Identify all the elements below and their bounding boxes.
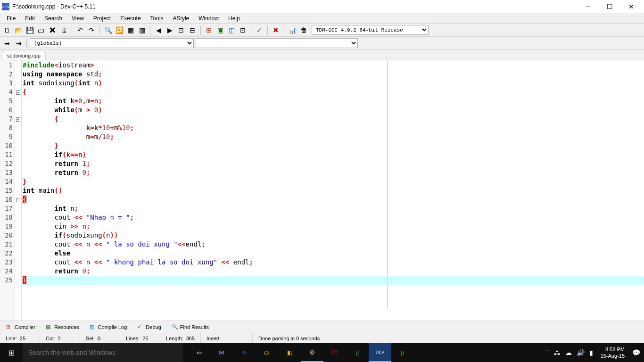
- undo-icon[interactable]: ↶: [75, 25, 85, 35]
- btab-resources[interactable]: ▦Resources: [41, 322, 83, 332]
- pes-icon[interactable]: ◧: [278, 343, 301, 362]
- save-all-icon[interactable]: 🗃: [36, 25, 46, 35]
- code-area[interactable]: #include<iostream> using namespace std; …: [22, 60, 644, 321]
- close-button[interactable]: ✕: [620, 0, 642, 13]
- menubar: File Edit Search View Project Execute To…: [0, 13, 644, 24]
- maximize-button[interactable]: ☐: [599, 0, 620, 13]
- start-button[interactable]: ⊞: [0, 343, 23, 362]
- app-icon: DEV: [2, 3, 9, 10]
- fold-toggle-icon[interactable]: −: [16, 117, 20, 122]
- toolbar-separator: [200, 25, 201, 35]
- tray-chevron-up-icon[interactable]: ˄: [546, 349, 549, 356]
- replace-icon[interactable]: 🔁: [114, 25, 124, 35]
- tray-onedrive-icon[interactable]: ☁: [565, 349, 572, 356]
- fold-gutter: −−−: [15, 60, 22, 321]
- fold-toggle-icon[interactable]: −: [16, 90, 20, 95]
- btab-find-results[interactable]: 🔍Find Results: [167, 322, 213, 332]
- statusbar: Line:25 Col:2 Sel:0 Lines:25 Length:365 …: [0, 333, 644, 343]
- utorrent-icon[interactable]: µ: [346, 343, 369, 362]
- tray-clock[interactable]: 8:58 PM 15-Aug-15: [598, 346, 627, 359]
- delete-profile-icon[interactable]: 🗑: [298, 25, 309, 35]
- toggle-breakpoint-icon[interactable]: ⊟: [187, 25, 198, 35]
- margin-line: [387, 60, 388, 310]
- chrome-icon[interactable]: ◎: [301, 343, 323, 362]
- compiler-select[interactable]: TDM-GCC 4.9.2 64-bit Release: [312, 25, 429, 35]
- toolbar-separator: [267, 25, 268, 35]
- profile-icon[interactable]: 📊: [287, 25, 297, 35]
- goto-line-icon[interactable]: ▦: [125, 25, 136, 35]
- code-editor[interactable]: 1234567891011121314151617181920212223242…: [0, 60, 644, 321]
- compile-icon[interactable]: ⊞: [204, 25, 214, 35]
- search-input[interactable]: [23, 343, 183, 362]
- devcpp-icon[interactable]: DEV: [369, 343, 391, 362]
- minimize-button[interactable]: ─: [577, 0, 599, 13]
- stop-icon[interactable]: ✖: [271, 25, 281, 35]
- tray-language-icon[interactable]: ▮: [589, 349, 593, 356]
- btab-compiler[interactable]: ⊞Compiler: [2, 322, 40, 332]
- file-tabs: sodoixung.cpp: [0, 50, 644, 60]
- menu-execute[interactable]: Execute: [116, 14, 145, 23]
- scope-select[interactable]: (globals): [30, 38, 194, 48]
- btab-compile-log[interactable]: ▥Compile Log: [85, 322, 132, 332]
- system-tray: ˄ 🖧 ☁ 🔊 ▮ 8:58 PM 15-Aug-15 💬: [542, 346, 644, 359]
- forward-icon[interactable]: ▶: [165, 25, 175, 35]
- visual-studio-icon[interactable]: ⋈: [210, 343, 233, 362]
- insert-mode: Insert: [201, 333, 253, 343]
- line-number-gutter: 1234567891011121314151617181920212223242…: [0, 60, 15, 321]
- toolbar-separator: [284, 25, 284, 35]
- main-toolbar: 🗋 📂 💾 🗃 🗙 🖨 ↶ ↷ 🔍 🔁 ▦ ▥ ◀ ▶ ⊡ ⊟ ⊞ ▣ ◫ ⊡ …: [0, 24, 644, 37]
- member-select[interactable]: [196, 38, 358, 48]
- tray-volume-icon[interactable]: 🔊: [577, 349, 585, 356]
- menu-tools[interactable]: Tools: [146, 14, 168, 23]
- print-icon[interactable]: 🖨: [58, 25, 69, 35]
- back-icon[interactable]: ◀: [153, 25, 164, 35]
- menu-astyle[interactable]: AStyle: [168, 14, 194, 23]
- close-file-icon[interactable]: 🗙: [47, 25, 58, 35]
- fold-toggle-icon[interactable]: −: [16, 198, 20, 202]
- open-file-icon[interactable]: 📂: [13, 25, 24, 35]
- menu-help[interactable]: Help: [223, 14, 245, 23]
- task-view-icon[interactable]: ▭: [188, 343, 210, 362]
- menu-window[interactable]: Window: [194, 14, 223, 23]
- toolbar-separator: [72, 25, 72, 35]
- menu-edit[interactable]: Edit: [20, 14, 40, 23]
- titlebar: DEV F:\sodoixung.cpp - Dev-C++ 5.11 ─ ☐ …: [0, 0, 644, 13]
- toolbar-separator: [150, 25, 150, 35]
- menu-search[interactable]: Search: [40, 14, 67, 23]
- menu-project[interactable]: Project: [89, 14, 116, 23]
- run-icon[interactable]: ▣: [215, 25, 225, 35]
- status-text: Done parsing in 0 seconds: [253, 333, 644, 343]
- toolbar-separator: [26, 39, 27, 48]
- filezilla-icon[interactable]: Fz: [323, 343, 346, 362]
- find-icon[interactable]: 🔍: [103, 25, 113, 35]
- menu-view[interactable]: View: [67, 14, 89, 23]
- tray-network-icon[interactable]: 🖧: [554, 349, 561, 356]
- toolbar-separator: [99, 25, 100, 35]
- goto-impl-icon[interactable]: ⇥: [13, 38, 24, 49]
- debug-icon[interactable]: ✓: [254, 25, 264, 35]
- bottom-panel-tabs: ⊞Compiler ▦Resources ▥Compile Log ✓Debug…: [0, 321, 644, 333]
- compile-run-icon[interactable]: ◫: [226, 25, 237, 35]
- menu-file[interactable]: File: [2, 14, 20, 23]
- btab-debug[interactable]: ✓Debug: [133, 322, 165, 332]
- rebuild-icon[interactable]: ⊡: [238, 25, 248, 35]
- redo-icon[interactable]: ↷: [86, 25, 97, 35]
- file-explorer-icon[interactable]: 🗂: [256, 343, 278, 362]
- tray-notifications-icon[interactable]: 💬: [632, 349, 640, 356]
- class-toolbar: ➡ ⇥ (globals): [0, 37, 644, 50]
- add-watch-icon[interactable]: ⊡: [176, 25, 186, 35]
- edge-icon[interactable]: e: [233, 343, 256, 362]
- save-icon[interactable]: 💾: [25, 25, 35, 35]
- new-file-icon[interactable]: 🗋: [2, 25, 12, 35]
- tab-sodoixung[interactable]: sodoixung.cpp: [2, 51, 46, 60]
- utorrent2-icon[interactable]: µ: [391, 343, 414, 362]
- toolbar-separator: [251, 25, 251, 35]
- bookmark-icon[interactable]: ▥: [137, 25, 147, 35]
- goto-func-icon[interactable]: ➡: [2, 38, 12, 49]
- windows-taskbar: ⊞ ▭ ⋈ e 🗂 ◧ ◎ Fz µ DEV µ ˄ 🖧 ☁ 🔊 ▮ 8:58 …: [0, 343, 644, 362]
- window-title: F:\sodoixung.cpp - Dev-C++ 5.11: [12, 3, 577, 10]
